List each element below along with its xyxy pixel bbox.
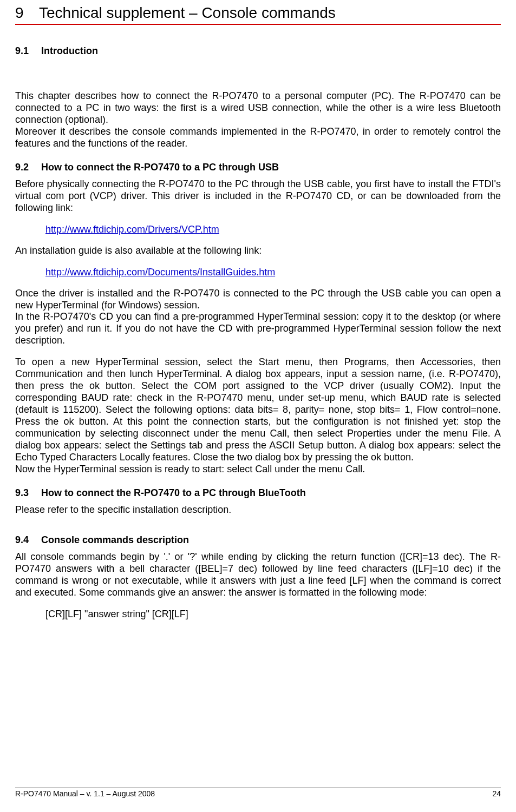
section-heading-bluetooth: 9.3How to connect the R-PO7470 to a PC t…	[15, 487, 501, 499]
vcp-driver-link[interactable]: http://www.ftdichip.com/Drivers/VCP.htm	[45, 224, 219, 235]
section-number: 9.2	[15, 162, 41, 173]
document-page: 9Technical supplement – Console commands…	[0, 0, 516, 812]
spacer	[15, 69, 501, 90]
page-footer: R-PO7470 Manual – v. 1.1 – August 2008 2…	[15, 788, 501, 798]
section-heading-console-commands: 9.4Console commands description	[15, 534, 501, 546]
chapter-heading: 9Technical supplement – Console commands	[15, 4, 501, 25]
section-title-text: How to connect the R-PO7470 to a PC thro…	[41, 162, 279, 173]
section-title-text: Introduction	[41, 45, 98, 56]
section-title-text: Console commands description	[41, 534, 189, 545]
section-number: 9.4	[15, 534, 41, 546]
paragraph: An installation guide is also available …	[15, 245, 501, 257]
section-heading-introduction: 9.1Introduction	[15, 45, 501, 57]
chapter-title-text: Technical supplement – Console commands	[39, 4, 336, 21]
section-heading-usb: 9.2How to connect the R-PO7470 to a PC t…	[15, 162, 501, 173]
footer-page-number: 24	[492, 789, 501, 798]
link-block: http://www.ftdichip.com/Documents/Instal…	[15, 267, 501, 278]
paragraph: All console commands begin by '.' or '?'…	[15, 551, 501, 599]
paragraph: Moreover it describes the console comman…	[15, 126, 501, 150]
paragraph: To open a new HyperTerminal session, sel…	[15, 357, 501, 464]
paragraph: In the R-PO7470's CD you can find a pre-…	[15, 311, 501, 347]
paragraph: Now the HyperTerminal session is ready t…	[15, 464, 501, 476]
code-example: [CR][LF] "answer string" [CR][LF]	[15, 609, 501, 620]
section-number: 9.3	[15, 487, 41, 499]
install-guide-link[interactable]: http://www.ftdichip.com/Documents/Instal…	[45, 267, 275, 278]
footer-left: R-PO7470 Manual – v. 1.1 – August 2008	[15, 789, 155, 798]
chapter-number: 9	[15, 4, 39, 22]
section-title-text: How to connect the R-PO7470 to a PC thro…	[41, 487, 306, 498]
paragraph: Please refer to the specific installatio…	[15, 504, 501, 516]
paragraph: Before physically connecting the R-PO747…	[15, 179, 501, 214]
link-block: http://www.ftdichip.com/Drivers/VCP.htm	[15, 224, 501, 235]
paragraph: This chapter describes how to connect th…	[15, 90, 501, 126]
section-number: 9.1	[15, 45, 41, 57]
paragraph: Once the driver is installed and the R-P…	[15, 288, 501, 312]
